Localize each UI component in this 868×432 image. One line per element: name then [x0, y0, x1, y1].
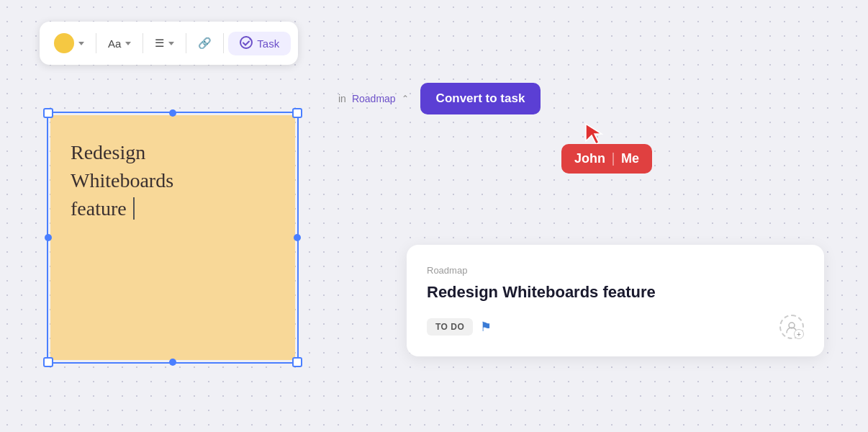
badge-divider: [612, 153, 614, 166]
plus-overlay: +: [794, 329, 804, 339]
divider-4: [223, 33, 224, 53]
task-card-project: Roadmap: [427, 265, 804, 276]
align-chevron-icon: [168, 42, 174, 45]
link-button[interactable]: 🔗: [191, 32, 219, 54]
roadmap-chevron-icon: ⌃: [402, 94, 409, 104]
divider-3: [186, 33, 186, 53]
todo-badge[interactable]: TO DO: [427, 318, 473, 336]
assignee-name: John: [574, 151, 605, 166]
task-card-footer: TO DO ⚑ +: [427, 315, 804, 339]
align-button[interactable]: ☰: [148, 32, 181, 54]
task-label: Task: [257, 37, 279, 50]
divider-2: [143, 33, 143, 53]
in-label: in: [338, 93, 346, 104]
divider-1: [96, 33, 96, 53]
assignee-badge[interactable]: John Me: [561, 144, 652, 174]
roadmap-bar: in Roadmap ⌃ Convert to task: [338, 83, 541, 114]
assign-user-button[interactable]: +: [779, 315, 804, 339]
formatting-toolbar: Aa ☰ 🔗 Task: [40, 22, 298, 65]
sticky-note[interactable]: RedesignWhiteboardsfeature: [50, 115, 295, 360]
convert-popup: in Roadmap ⌃ Convert to task: [338, 83, 541, 123]
me-label: Me: [621, 151, 639, 166]
convert-to-task-button[interactable]: Convert to task: [420, 83, 541, 114]
task-button[interactable]: Task: [228, 32, 291, 55]
align-label: ☰: [155, 37, 164, 50]
color-dot: [54, 33, 74, 53]
svg-point-0: [240, 37, 252, 48]
svg-marker-1: [586, 124, 602, 144]
task-card: Roadmap Redesign Whiteboards feature TO …: [407, 245, 824, 356]
sticky-note-text: RedesignWhiteboardsfeature: [71, 138, 173, 223]
color-picker-button[interactable]: [47, 29, 91, 58]
link-icon: 🔗: [198, 37, 212, 50]
font-chevron-icon: [125, 42, 131, 45]
color-chevron-icon: [78, 42, 84, 45]
task-checkmark-icon: [240, 36, 253, 51]
roadmap-link[interactable]: Roadmap: [352, 93, 396, 104]
flag-icon: ⚑: [480, 319, 492, 335]
task-card-title: Redesign Whiteboards feature: [427, 283, 804, 302]
font-button[interactable]: Aa: [101, 33, 138, 54]
font-label: Aa: [108, 37, 121, 50]
